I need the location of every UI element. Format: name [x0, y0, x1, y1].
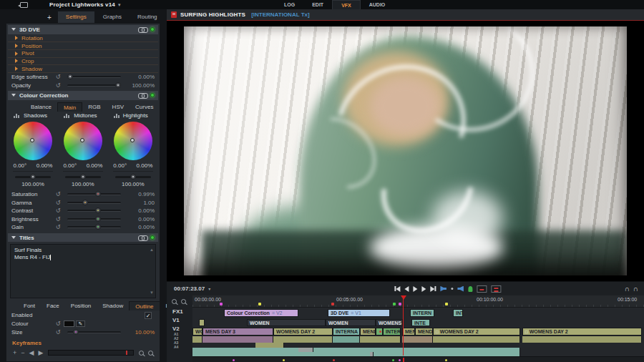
timeline-clip-fx[interactable]: INTERN [410, 309, 434, 317]
master-slider[interactable] [115, 176, 151, 178]
link-icon[interactable] [138, 93, 147, 98]
prev-keyframe-button[interactable]: ◀ [29, 349, 34, 356]
audio-segment[interactable] [192, 336, 203, 343]
remove-section-icon[interactable] [491, 285, 501, 293]
titles-tab-shadow[interactable]: Shadow [97, 301, 129, 310]
timeline-clip[interactable] [376, 328, 383, 336]
sequence-icon[interactable] [171, 11, 177, 18]
track-label-fx1[interactable]: FX1 [167, 308, 192, 315]
timeline-clip[interactable]: WOM [192, 328, 203, 336]
tab-graphs[interactable]: Graphs [95, 11, 130, 23]
slider-thumb[interactable] [30, 174, 36, 180]
link-icon[interactable] [138, 235, 147, 240]
wheel-center-dot[interactable] [80, 138, 84, 142]
timeline-ruler[interactable]: 00:00:00.00 00:05:00.00 00:10:00.00 00:1… [192, 295, 644, 308]
dve-item-rotation[interactable]: Rotation [8, 35, 158, 43]
slider-thumb[interactable] [95, 207, 101, 213]
wheel-center-dot[interactable] [130, 138, 135, 142]
edge-softness-slider[interactable] [67, 76, 121, 78]
saturation-slider[interactable] [67, 193, 121, 195]
audio-segment[interactable] [522, 336, 642, 343]
timeline-clip-fx[interactable]: INT [453, 309, 463, 317]
gain-slider[interactable] [67, 226, 121, 228]
mark-section-icon[interactable] [477, 285, 487, 293]
keyframe-track[interactable] [48, 350, 134, 356]
track-label-a4[interactable]: A4 [167, 345, 192, 349]
marker-yellow[interactable] [445, 303, 448, 305]
monitor-left-icon[interactable]: ∩ [625, 285, 630, 293]
colour-wheel[interactable] [114, 122, 152, 160]
timeline-clip[interactable]: WOMENS DAY 2 [273, 328, 333, 336]
slider-thumb[interactable] [80, 174, 86, 180]
timeline-clip[interactable]: □WOMENS DAY 2 [433, 328, 520, 336]
cc-tab-hsv[interactable]: HSV [107, 102, 130, 112]
cc-tab-curves[interactable]: Curves [130, 102, 159, 112]
tab-audio[interactable]: AUDIO [361, 0, 394, 9]
title-text-input[interactable]: Surf Finals Mens R4 - FIJ ▲ ▼ [10, 244, 156, 298]
timecode-caret-icon[interactable]: ▾ [208, 286, 210, 291]
audio-segment[interactable] [433, 336, 520, 343]
enabled-checkbox[interactable]: ✓ [145, 312, 152, 319]
audio-segment[interactable] [333, 336, 360, 343]
section-header-titles[interactable]: Titles [8, 233, 158, 243]
reset-icon[interactable]: ↺ [54, 321, 62, 327]
video-monitor[interactable] [167, 21, 644, 281]
cc-tab-rgb[interactable]: RGB [82, 102, 106, 112]
brightness-slider[interactable] [67, 218, 121, 220]
reset-icon[interactable]: ↺ [54, 191, 62, 197]
timeline-clip[interactable]: MEND [360, 328, 376, 336]
tab-routing[interactable]: Routing [130, 11, 165, 23]
colour-wheel[interactable] [64, 122, 102, 160]
timeline-clip[interactable]: MEN [402, 328, 415, 336]
size-slider[interactable] [67, 331, 121, 333]
section-header-colour-correction[interactable]: Colour Correction [8, 91, 158, 100]
slider-thumb[interactable] [95, 191, 101, 197]
slider-thumb[interactable] [82, 200, 88, 205]
histogram-icon[interactable] [14, 113, 20, 118]
colour-picker-icon[interactable]: ✎ [76, 321, 85, 327]
slider-thumb[interactable] [73, 329, 79, 335]
add-panel-button[interactable]: + [42, 12, 57, 23]
master-slider[interactable] [15, 176, 51, 178]
marker-button[interactable] [468, 286, 472, 292]
contrast-slider[interactable] [67, 210, 121, 212]
slider-thumb[interactable] [130, 174, 136, 180]
step-forward-button[interactable] [421, 286, 426, 292]
timecode-display[interactable]: 00:07:23.07 [174, 285, 205, 292]
wheel-center-dot[interactable] [30, 138, 34, 142]
goto-end-button[interactable] [430, 286, 436, 292]
project-title[interactable]: Project Lightworks v14 [49, 1, 115, 8]
timeline-clip[interactable]: WOMENS [376, 319, 403, 326]
slider-thumb[interactable] [67, 74, 73, 79]
timeline-overview-bar[interactable] [192, 356, 644, 362]
timeline-clip-fx[interactable]: 3D DVE= V1 [328, 309, 390, 317]
step-back-button[interactable] [404, 286, 409, 292]
add-keyframe-button[interactable]: + [13, 349, 16, 356]
reset-icon[interactable]: ↺ [54, 329, 62, 336]
timeline-zoom-in-icon[interactable] [181, 299, 186, 304]
keyframe-cursor[interactable] [126, 351, 127, 355]
timeline-clip[interactable]: MENS DAY 3 [203, 328, 273, 336]
window-export-icon[interactable] [20, 2, 28, 8]
marker-red[interactable] [331, 303, 334, 305]
dve-item-shadow[interactable]: Shadow [8, 65, 158, 73]
marker-magenta[interactable] [220, 303, 223, 305]
tab-vfx[interactable]: VFX [332, 0, 361, 9]
slider-thumb[interactable] [95, 224, 101, 230]
audio-segment[interactable] [360, 336, 401, 343]
titles-tab-position[interactable]: Position [65, 301, 97, 310]
audio-segment[interactable] [203, 336, 273, 343]
tab-settings[interactable]: Settings [57, 11, 95, 23]
audio-segment[interactable] [255, 343, 284, 348]
track-label-v2[interactable]: V2 [167, 326, 192, 332]
playhead[interactable] [403, 295, 404, 356]
reset-icon[interactable]: ↺ [54, 224, 62, 230]
zoom-in-icon[interactable] [148, 351, 153, 356]
timeline-clip[interactable]: □WOMENS DAY 2 [522, 328, 642, 336]
reset-icon[interactable]: ↺ [54, 82, 62, 89]
overview-playhead[interactable] [403, 358, 404, 362]
timeline-clip[interactable]: INTERNA [383, 328, 401, 336]
reset-icon[interactable]: ↺ [54, 200, 62, 206]
slider-thumb[interactable] [95, 216, 101, 222]
slider-thumb[interactable] [115, 82, 121, 88]
